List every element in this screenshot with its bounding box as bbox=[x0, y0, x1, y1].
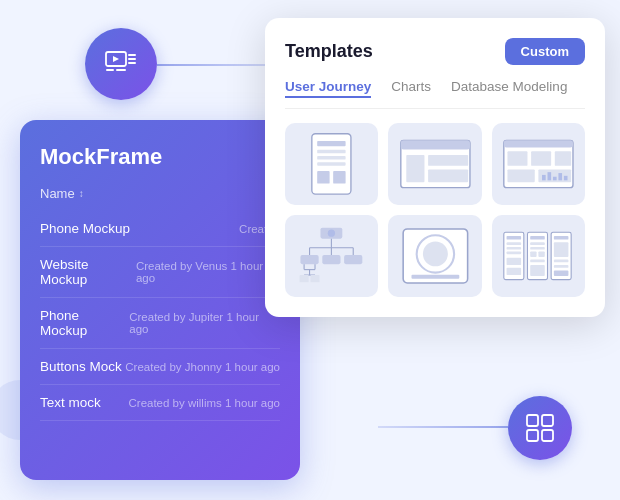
svg-rect-17 bbox=[428, 155, 468, 166]
item-name: Phone Mockup bbox=[40, 221, 130, 236]
item-name: Text mock bbox=[40, 395, 101, 410]
item-meta: Created by willims 1 hour ago bbox=[129, 397, 281, 409]
video-list-icon bbox=[104, 47, 138, 81]
svg-rect-72 bbox=[554, 271, 569, 276]
templates-header: Templates Custom bbox=[285, 38, 585, 65]
svg-rect-46 bbox=[311, 275, 320, 282]
template-card-1[interactable] bbox=[285, 123, 378, 205]
templates-title: Templates bbox=[285, 41, 373, 62]
svg-rect-5 bbox=[128, 58, 136, 60]
svg-rect-3 bbox=[116, 69, 126, 71]
item-meta: Created by Venus 1 hour ago bbox=[136, 260, 280, 284]
svg-point-47 bbox=[328, 230, 335, 237]
svg-rect-51 bbox=[411, 275, 459, 279]
svg-rect-62 bbox=[530, 247, 545, 250]
svg-rect-56 bbox=[506, 251, 521, 254]
template-card-6[interactable] bbox=[492, 215, 585, 297]
bottom-icon-bubble[interactable] bbox=[508, 396, 572, 460]
list-item[interactable]: Text mock Created by willims 1 hour ago bbox=[40, 385, 280, 421]
component-mockup-preview bbox=[399, 224, 472, 288]
svg-rect-73 bbox=[527, 415, 538, 426]
list-item[interactable]: Phone Mockup Created by Jupiter 1 hour a… bbox=[40, 298, 280, 349]
list-item[interactable]: Phone Mockup Created bbox=[40, 211, 280, 247]
svg-rect-10 bbox=[317, 156, 345, 160]
svg-rect-16 bbox=[406, 155, 424, 182]
svg-rect-12 bbox=[317, 171, 329, 183]
svg-rect-75 bbox=[527, 430, 538, 441]
svg-rect-27 bbox=[547, 172, 551, 180]
svg-rect-74 bbox=[542, 415, 553, 426]
item-meta: Created by Jhonny 1 hour ago bbox=[125, 361, 280, 373]
templates-grid bbox=[285, 123, 585, 297]
tab-database-modeling[interactable]: Database Modeling bbox=[451, 79, 567, 98]
svg-rect-39 bbox=[344, 255, 362, 264]
mockframe-panel: MockFrame Name ↕ Phone Mockup Created We… bbox=[20, 120, 300, 480]
svg-point-50 bbox=[423, 241, 448, 266]
org-chart-preview bbox=[295, 224, 368, 288]
svg-rect-29 bbox=[558, 173, 562, 180]
svg-rect-38 bbox=[323, 255, 341, 264]
item-name: Website Mockup bbox=[40, 257, 136, 287]
desktop-wireframe-preview bbox=[399, 132, 472, 196]
connector-line-bottom bbox=[378, 426, 508, 428]
templates-popup: Templates Custom User Journey Charts Dat… bbox=[265, 18, 605, 317]
item-name: Buttons Mock bbox=[40, 359, 122, 374]
svg-rect-68 bbox=[554, 236, 569, 240]
svg-rect-11 bbox=[317, 162, 345, 166]
item-name: Phone Mockup bbox=[40, 308, 129, 338]
svg-rect-71 bbox=[554, 265, 569, 268]
dashboard-wireframe-preview bbox=[502, 132, 575, 196]
svg-rect-57 bbox=[506, 258, 521, 265]
svg-rect-20 bbox=[504, 140, 573, 147]
svg-rect-24 bbox=[507, 169, 534, 182]
sort-arrow-icon: ↕ bbox=[79, 188, 84, 199]
svg-rect-4 bbox=[128, 54, 136, 56]
svg-rect-15 bbox=[400, 140, 469, 149]
templates-tabs: User Journey Charts Database Modeling bbox=[285, 79, 585, 109]
svg-rect-22 bbox=[531, 151, 551, 166]
svg-rect-26 bbox=[542, 175, 546, 180]
svg-rect-45 bbox=[300, 275, 309, 282]
mobile-wireframe-preview bbox=[295, 132, 368, 196]
sort-label: Name bbox=[40, 186, 75, 201]
svg-rect-23 bbox=[555, 151, 571, 166]
svg-rect-6 bbox=[128, 62, 136, 64]
template-card-2[interactable] bbox=[388, 123, 481, 205]
list-item[interactable]: Buttons Mock Created by Jhonny 1 hour ag… bbox=[40, 349, 280, 385]
svg-rect-64 bbox=[538, 251, 544, 256]
list-item[interactable]: Website Mockup Created by Venus 1 hour a… bbox=[40, 247, 280, 298]
mockframe-list: Phone Mockup Created Website Mockup Crea… bbox=[40, 211, 280, 421]
svg-rect-55 bbox=[506, 247, 521, 250]
svg-rect-13 bbox=[333, 171, 345, 183]
svg-rect-54 bbox=[506, 242, 521, 245]
svg-rect-9 bbox=[317, 150, 345, 154]
svg-rect-69 bbox=[554, 242, 569, 257]
svg-rect-66 bbox=[530, 265, 545, 276]
connector-line-top bbox=[157, 64, 277, 66]
template-card-4[interactable] bbox=[285, 215, 378, 297]
item-meta: Created by Jupiter 1 hour ago bbox=[129, 311, 280, 335]
svg-marker-1 bbox=[113, 56, 119, 62]
svg-rect-18 bbox=[428, 169, 468, 182]
svg-rect-65 bbox=[530, 260, 545, 263]
svg-rect-58 bbox=[506, 268, 521, 275]
svg-rect-37 bbox=[301, 255, 319, 264]
grid-layout-icon bbox=[525, 413, 555, 443]
top-icon-bubble[interactable] bbox=[85, 28, 157, 100]
tab-user-journey[interactable]: User Journey bbox=[285, 79, 371, 98]
template-card-3[interactable] bbox=[492, 123, 585, 205]
svg-rect-30 bbox=[564, 176, 568, 181]
sort-row[interactable]: Name ↕ bbox=[40, 186, 280, 201]
svg-rect-53 bbox=[506, 236, 521, 240]
custom-button[interactable]: Custom bbox=[505, 38, 585, 65]
svg-rect-60 bbox=[530, 236, 545, 240]
svg-rect-8 bbox=[317, 141, 345, 146]
svg-rect-63 bbox=[530, 251, 536, 256]
svg-rect-76 bbox=[542, 430, 553, 441]
svg-rect-28 bbox=[553, 177, 557, 181]
svg-rect-2 bbox=[106, 69, 114, 71]
tab-charts[interactable]: Charts bbox=[391, 79, 431, 98]
mockframe-title: MockFrame bbox=[40, 144, 280, 170]
template-card-5[interactable] bbox=[388, 215, 481, 297]
multi-screen-preview bbox=[502, 224, 575, 288]
